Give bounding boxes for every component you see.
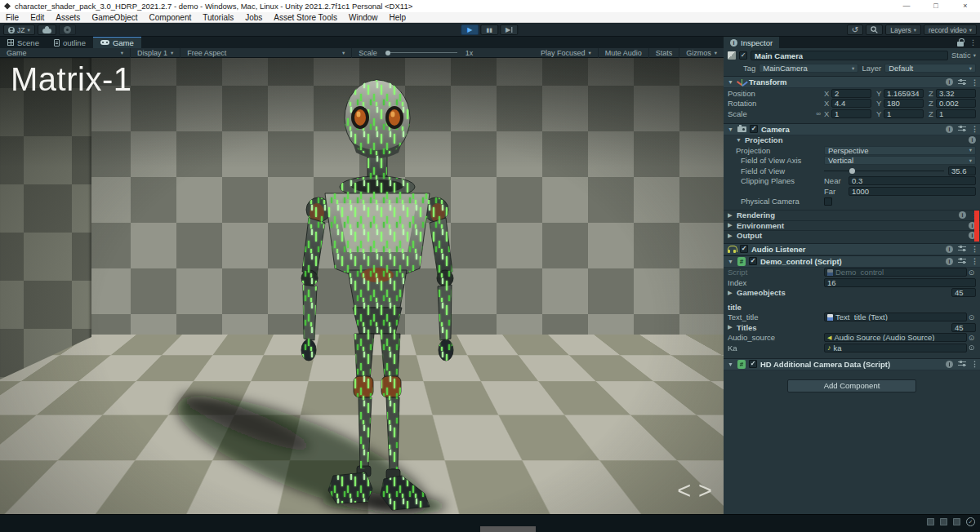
foldout-open-icon[interactable]: ▼ [728,361,734,367]
position-y-field[interactable]: 1.165934 [884,89,924,98]
add-component-button[interactable]: Add Component [787,379,916,392]
help-icon[interactable]: i [946,126,953,133]
kebab-menu-icon[interactable]: ⋮ [971,245,976,253]
foldout-open-icon[interactable]: ▼ [728,259,734,264]
foldout-closed-icon[interactable]: ▶ [728,212,734,219]
menu-component[interactable]: Component [144,13,198,22]
foldout-closed-icon[interactable]: ▶ [728,233,734,239]
far-field[interactable]: 1000 [849,187,976,196]
transform-header[interactable]: ▼ Transform i ⋮ [724,76,980,88]
step-button[interactable]: ▶ [500,24,518,35]
position-x-field[interactable]: 2 [831,89,871,98]
maximize-button[interactable]: □ [921,0,951,12]
tag-dropdown[interactable]: MainCamera ▾ [759,64,858,73]
stats-toggle[interactable]: Stats [649,48,680,58]
object-picker-icon[interactable]: ⊙ [967,344,976,352]
preset-icon[interactable] [958,246,966,252]
rendering-foldout[interactable]: ▶Rendering i⋮ [724,210,980,220]
environment-foldout[interactable]: ▶Environment i [724,220,980,231]
tab-scene[interactable]: Scene [0,37,47,48]
ka-field[interactable]: ♪ ka [824,344,967,352]
game-display-mode-dropdown[interactable]: Game ▾ [0,48,131,58]
menu-jobs[interactable]: Jobs [239,13,268,22]
cloud-button[interactable] [38,24,56,35]
prev-character-button[interactable]: < [677,479,691,503]
tab-outline[interactable]: outline [47,37,93,48]
tab-game[interactable]: Game [93,37,141,48]
services-status-icon[interactable] [953,518,960,525]
pause-button[interactable]: ▮▮ [480,24,498,35]
menu-window[interactable]: Window [343,13,384,22]
foldout-open-icon[interactable]: ▼ [728,126,734,132]
preset-icon[interactable] [958,361,966,367]
object-picker-icon[interactable]: ⊙ [967,268,976,277]
camera-header[interactable]: ▼ ✓ Camera i ⋮ [724,123,980,135]
foldout-open-icon[interactable]: ▼ [728,79,734,85]
help-icon[interactable]: i [946,246,953,253]
services-button[interactable] [59,24,76,35]
close-button[interactable]: × [951,0,980,12]
hd-camera-data-header[interactable]: ▼ # ✓ HD Additional Camera Data (Script)… [724,358,980,370]
index-field[interactable]: 16 [824,278,976,287]
kebab-menu-icon[interactable]: ⋮ [969,38,974,47]
scale-slider[interactable] [385,52,457,53]
text-title-field[interactable]: Text_title (Text) [824,313,967,321]
play-focused-dropdown[interactable]: Play Focused ▾ [534,48,599,58]
help-icon[interactable]: i [946,258,953,265]
layer-dropdown[interactable]: Default ▾ [884,64,976,73]
audio-listener-header[interactable]: ✓ Audio Listener i ⋮ [724,243,980,255]
demo-control-header[interactable]: ▼ # ✓ Demo_control (Script) i ⋮ [724,255,980,268]
menu-tutorials[interactable]: Tutorials [197,13,239,22]
output-foldout[interactable]: ▶Output i [724,230,980,241]
menu-asset-store-tools[interactable]: Asset Store Tools [268,13,343,22]
help-icon[interactable]: i [969,136,976,144]
scale-z-field[interactable]: 1 [936,109,976,118]
object-picker-icon[interactable]: ⊙ [967,334,976,342]
hd-camera-data-checkbox[interactable]: ✓ [749,360,757,368]
progress-check-icon[interactable]: ✓ [966,517,975,526]
rotation-z-field[interactable]: 0.002 [936,99,976,108]
preset-icon[interactable] [958,79,966,86]
physical-camera-checkbox[interactable] [824,197,832,206]
static-dropdown[interactable]: Static ▾ [951,51,976,60]
object-picker-icon[interactable]: ⊙ [967,313,976,321]
next-character-button[interactable]: > [698,479,712,503]
gizmos-dropdown[interactable]: Gizmos ▾ [679,48,724,58]
display-dropdown[interactable]: Display 1 ▾ [131,48,180,58]
foldout-closed-icon[interactable]: ▶ [728,222,734,228]
layout-dropdown[interactable]: record video ▾ [924,24,977,35]
help-icon[interactable]: i [946,78,953,86]
mute-audio-toggle[interactable]: Mute Audio [599,48,649,58]
layers-dropdown[interactable]: Layers ▾ [885,24,921,35]
menu-edit[interactable]: Edit [24,13,50,22]
foldout-open-icon[interactable]: ▼ [736,137,742,143]
kebab-menu-icon[interactable]: ⋮ [971,257,976,265]
menu-assets[interactable]: Assets [50,13,86,22]
camera-enabled-checkbox[interactable]: ✓ [750,125,758,133]
near-field[interactable]: 0.3 [849,176,976,185]
fov-value-field[interactable]: 35.6 [948,166,976,175]
fov-axis-dropdown[interactable]: Vertical ▾ [824,156,976,165]
preset-icon[interactable] [958,258,966,264]
position-z-field[interactable]: 3.32 [936,89,976,98]
rotation-y-field[interactable]: 180 [884,99,924,108]
tab-inspector[interactable]: i Inspector [724,37,779,48]
help-icon[interactable]: i [946,361,953,368]
fov-slider-knob[interactable] [849,168,855,174]
gameobjects-row[interactable]: ▶Gameobjects 45 [724,288,980,299]
titles-count-field[interactable]: 45 [951,323,976,332]
foldout-closed-icon[interactable]: ▶ [728,290,734,296]
account-dropdown[interactable]: JZ ▾ [3,24,35,35]
kebab-menu-icon[interactable]: ⋮ [971,360,976,368]
gameobject-active-checkbox[interactable]: ✓ [739,51,747,60]
minimize-button[interactable]: — [892,0,921,12]
projection-dropdown[interactable]: Perspective ▾ [824,146,976,155]
demo-control-checkbox[interactable]: ✓ [749,257,757,265]
preset-icon[interactable] [958,126,966,132]
fov-slider[interactable] [824,166,944,175]
scale-slider-knob[interactable] [385,51,390,55]
gameobjects-count-field[interactable]: 45 [951,288,976,297]
search-button[interactable] [866,24,883,35]
scale-x-field[interactable]: 1 [831,109,871,118]
projection-group-row[interactable]: ▼Projection i [724,135,980,146]
